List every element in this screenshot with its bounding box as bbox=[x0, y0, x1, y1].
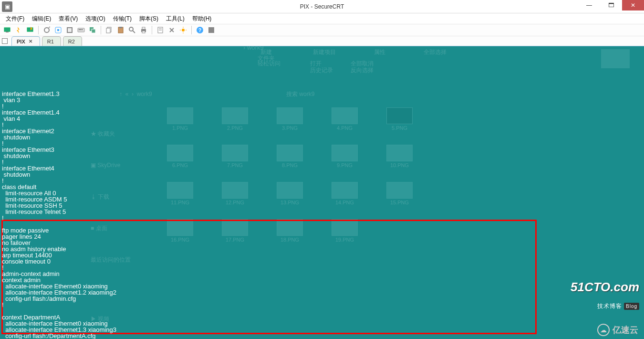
explorer-ribbon: 新建 文件夹 新建项目 属性 全部选择 bbox=[67, 49, 625, 74]
ribbon-easy: 轻松访问 bbox=[258, 61, 280, 67]
toolbar: ? bbox=[0, 24, 644, 36]
svg-rect-5 bbox=[57, 29, 59, 31]
svg-line-19 bbox=[133, 31, 135, 33]
svg-rect-15 bbox=[106, 28, 110, 33]
tab-label: R1 bbox=[47, 39, 54, 44]
paste-icon[interactable] bbox=[115, 25, 126, 35]
menu-view[interactable]: 查看(V) bbox=[55, 13, 82, 24]
svg-rect-1 bbox=[6, 32, 9, 32]
copy-icon[interactable] bbox=[104, 25, 114, 35]
toolbar-separator bbox=[152, 26, 152, 34]
window-title: PIX - SecureCRT bbox=[300, 3, 344, 10]
menu-file[interactable]: 文件(F) bbox=[2, 13, 28, 24]
xmodem-icon[interactable] bbox=[166, 25, 177, 35]
reconnect-icon[interactable] bbox=[42, 25, 52, 35]
keymap-icon[interactable] bbox=[76, 25, 86, 35]
toolbar-separator bbox=[101, 26, 101, 34]
tab-close-icon[interactable]: ✕ bbox=[28, 39, 33, 44]
tab-label: PIX bbox=[17, 39, 25, 44]
find-icon[interactable] bbox=[127, 25, 137, 35]
svg-point-18 bbox=[129, 27, 133, 31]
menu-options[interactable]: 选项(O) bbox=[82, 13, 109, 24]
toolbar-separator bbox=[38, 26, 39, 34]
ribbon-props: 属性 bbox=[374, 49, 385, 74]
session-tab-bar: PIX ✕ R1 R2 bbox=[0, 36, 644, 46]
svg-rect-13 bbox=[92, 29, 95, 33]
window-buttons: — 🗖 ✕ bbox=[578, 0, 644, 11]
maximize-button[interactable]: 🗖 bbox=[600, 0, 622, 11]
svg-point-3 bbox=[44, 28, 49, 32]
terminal-output[interactable]: › work9 新建 文件夹 新建项目 属性 全部选择 轻松访问 历史记录 全部… bbox=[0, 46, 644, 339]
ribbon-newfolder: 新建 文件夹 bbox=[258, 49, 275, 74]
terminal-text: interface Ethernet1.3 vlan 3 ! interface… bbox=[2, 91, 642, 339]
menu-help[interactable]: 帮助(H) bbox=[188, 13, 216, 24]
disconnect-icon[interactable] bbox=[53, 25, 63, 35]
trace-icon[interactable] bbox=[178, 25, 188, 35]
svg-rect-33 bbox=[208, 27, 214, 33]
svg-rect-11 bbox=[82, 29, 83, 30]
ribbon-invert: 反向选择 bbox=[351, 67, 374, 74]
menu-bar: 文件(F) 编辑(E) 查看(V) 选项(O) 传输(T) 脚本(S) 工具(L… bbox=[0, 13, 644, 24]
connect-icon[interactable] bbox=[2, 25, 12, 35]
quick-connect-icon[interactable] bbox=[13, 25, 24, 35]
log-icon[interactable] bbox=[155, 25, 166, 35]
pin-icon[interactable] bbox=[2, 38, 8, 44]
tab-r2[interactable]: R2 bbox=[63, 36, 82, 46]
tab-pix[interactable]: PIX ✕ bbox=[11, 36, 40, 46]
close-button[interactable]: ✕ bbox=[622, 0, 644, 11]
connect-bar-icon[interactable] bbox=[25, 25, 35, 35]
ribbon-history: 历史记录 bbox=[310, 67, 333, 74]
ribbon-open: 打开 bbox=[310, 61, 322, 67]
tab-r1[interactable]: R1 bbox=[42, 36, 61, 46]
help-icon[interactable]: ? bbox=[195, 25, 205, 35]
explorer-button bbox=[601, 49, 630, 68]
menu-script[interactable]: 脚本(S) bbox=[135, 13, 162, 24]
app-icon: ▣ bbox=[2, 1, 12, 12]
svg-rect-21 bbox=[142, 27, 145, 29]
about-icon[interactable] bbox=[206, 25, 217, 35]
toolbar-separator bbox=[191, 26, 192, 34]
tab-label: R2 bbox=[68, 39, 75, 44]
svg-rect-9 bbox=[79, 29, 80, 30]
svg-rect-17 bbox=[119, 27, 122, 28]
svg-text:?: ? bbox=[198, 28, 201, 33]
svg-rect-22 bbox=[142, 31, 145, 33]
menu-edit[interactable]: 编辑(E) bbox=[28, 13, 55, 24]
print-icon[interactable] bbox=[138, 25, 149, 35]
ribbon-newitem: 新建项目 bbox=[313, 49, 336, 74]
explorer-title: › work9 bbox=[243, 46, 264, 51]
menu-tools[interactable]: 工具(L) bbox=[162, 13, 188, 24]
menu-transfer[interactable]: 传输(T) bbox=[109, 13, 135, 24]
svg-rect-10 bbox=[80, 29, 81, 30]
svg-rect-7 bbox=[68, 28, 72, 32]
ribbon-deselect: 全部取消 bbox=[351, 61, 374, 67]
ribbon-selall: 全部选择 bbox=[424, 49, 447, 74]
session-icon[interactable] bbox=[87, 25, 98, 35]
svg-rect-0 bbox=[4, 28, 10, 32]
title-bar: ▣ PIX - SecureCRT — 🗖 ✕ bbox=[0, 0, 644, 13]
settings-icon[interactable] bbox=[64, 25, 75, 35]
svg-point-26 bbox=[182, 29, 185, 32]
minimize-button[interactable]: — bbox=[578, 0, 600, 11]
